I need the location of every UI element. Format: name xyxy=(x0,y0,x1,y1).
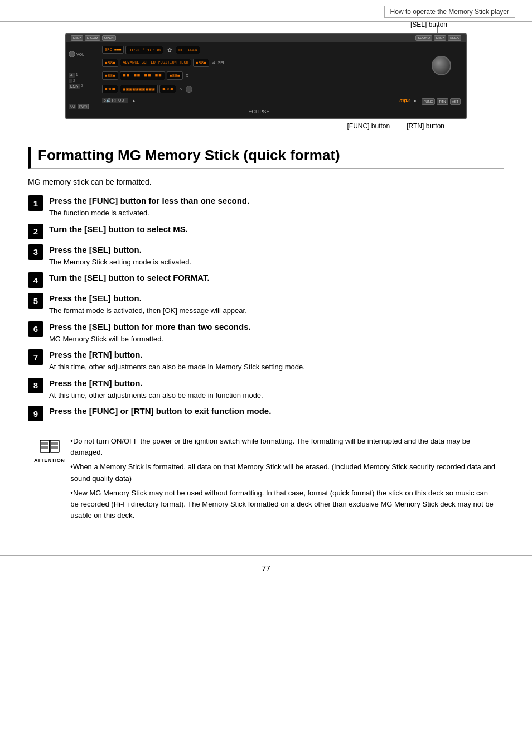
sel-label: [SEL] button xyxy=(410,21,447,28)
step-content-9: Press the [FUNC] or [RTN] button to exit… xyxy=(49,405,504,417)
step-content-4: Turn the [SEL] button to select FORMAT. xyxy=(49,272,504,283)
step-main-8: Press the [RTN] button. xyxy=(49,377,504,389)
ast-btn-device: AST xyxy=(450,98,461,105)
step-content-7: Press the [RTN] button. At this time, ot… xyxy=(49,349,504,373)
display-top-row: SRC ■■■ DISC ° 18:88 ✿ CD 3444 xyxy=(102,46,416,54)
eclipse-label: ECLIPSE xyxy=(102,109,416,114)
panel-right: FUNC RTN AST xyxy=(419,44,463,116)
step-item-6: 6 Press the [SEL] button for more than t… xyxy=(28,321,504,345)
step-content-5: Press the [SEL] button. The format mode … xyxy=(49,292,504,316)
sel-knob xyxy=(432,56,451,75)
step-item-7: 7 Press the [RTN] button. At this time, … xyxy=(28,349,504,373)
panel-center: SRC ■■■ DISC ° 18:88 ✿ CD 3444 ■88■ ADVA… xyxy=(102,44,416,116)
step-sub-5: The format mode is activated, then [OK] … xyxy=(49,305,504,316)
step-sub-7: At this time, other adjustments can also… xyxy=(49,362,504,373)
step-content-1: Press the [FUNC] button for less than on… xyxy=(49,195,504,219)
rtn-btn-device: RTN xyxy=(437,98,448,105)
section-title-container: Formatting MG Memory Stick (quick format… xyxy=(28,147,504,169)
header-title: How to operate the Memory Stick player xyxy=(390,8,509,16)
step-content-3: Press the [SEL] button. The Memory Stick… xyxy=(49,244,504,268)
step-main-6: Press the [SEL] button for more than two… xyxy=(49,321,504,333)
step-sub-3: The Memory Stick setting mode is activat… xyxy=(49,257,504,268)
step-main-7: Press the [RTN] button. xyxy=(49,349,504,360)
bottom-btn-row: FUNC RTN AST xyxy=(422,98,461,105)
step-number-3: 3 xyxy=(28,244,43,260)
step-content-2: Turn the [SEL] button to select MS. xyxy=(49,223,504,235)
steps-list: 1 Press the [FUNC] button for less than … xyxy=(28,195,504,421)
seg-3a: ■88■ xyxy=(102,85,118,93)
step-sub-6: MG Memory Stick will be formatted. xyxy=(49,334,504,345)
device-diagram-area: [SEL] button DISP E·COM OPEN SOUND xyxy=(28,33,504,130)
intro-text: MG memory stick can be formatted. xyxy=(28,177,504,186)
step-item-2: 2 Turn the [SEL] button to select MS. xyxy=(28,223,504,239)
step-number-8: 8 xyxy=(28,378,43,393)
attention-label-text: ATTENTION xyxy=(34,458,65,463)
func-rtn-labels: [FUNC] button [RTN] button xyxy=(65,122,467,130)
attention-item-2: •When a Memory Stick is formatted, all d… xyxy=(70,461,498,484)
seg-display-cd: CD 3444 xyxy=(176,46,200,54)
book-svg-icon xyxy=(39,438,60,456)
step-item-1: 1 Press the [FUNC] button for less than … xyxy=(28,195,504,219)
attention-item-1: •Do not turn ON/OFF the power or the ign… xyxy=(70,436,498,458)
device-image: DISP E·COM OPEN SOUND DISP SEEK xyxy=(65,33,467,119)
display-bottom-row: 5🔊 RF·OUT ▲ mp3 ■ xyxy=(102,98,416,103)
seg-3b: ▣▣▣▣▣▣▣▣▣▣ xyxy=(120,85,158,93)
device-top-bar: DISP E·COM OPEN SOUND DISP SEEK xyxy=(66,34,466,42)
step-main-9: Press the [FUNC] or [RTN] button to exit… xyxy=(49,405,504,417)
step-number-4: 4 xyxy=(28,272,43,288)
step-item-3: 3 Press the [SEL] button. The Memory Sti… xyxy=(28,244,504,268)
step-sub-1: The function mode is activated. xyxy=(49,208,504,219)
step-content-8: Press the [RTN] button. At this time, ot… xyxy=(49,377,504,401)
header-title-box: How to operate the Memory Stick player xyxy=(384,6,515,18)
step-number-9: 9 xyxy=(28,406,43,421)
seg-3c: ■88■ xyxy=(159,85,176,93)
step-number-6: 6 xyxy=(28,321,43,337)
disp2-btn: DISP xyxy=(434,35,446,41)
step-main-4: Turn the [SEL] button to select FORMAT. xyxy=(49,272,504,283)
func-label: [FUNC] button xyxy=(347,122,390,130)
step-item-5: 5 Press the [SEL] button. The format mod… xyxy=(28,292,504,316)
step-main-5: Press the [SEL] button. xyxy=(49,292,504,304)
attention-item-3: •New MG Memory Stick may not be used wit… xyxy=(70,488,498,521)
step-sub-8: At this time, other adjustments can also… xyxy=(49,390,504,401)
main-content: [SEL] button DISP E·COM OPEN SOUND xyxy=(0,22,532,544)
page-header: How to operate the Memory Stick player xyxy=(0,0,532,22)
disp-btn: DISP xyxy=(71,35,83,41)
page-number-text: 77 xyxy=(262,564,270,573)
seg-1a: ■88■ xyxy=(102,59,118,67)
step-number-5: 5 xyxy=(28,293,43,309)
seg-2b: ■■ ■■ ■■ ■■ xyxy=(120,71,165,80)
page-container: How to operate the Memory Stick player [… xyxy=(0,0,532,756)
panel-left: VOL A1 2 ESN3 AM PWR xyxy=(69,44,99,116)
step-item-4: 4 Turn the [SEL] button to select FORMAT… xyxy=(28,272,504,288)
page-number: 77 xyxy=(0,555,532,581)
device-body: VOL A1 2 ESN3 AM PWR xyxy=(66,42,466,118)
step-content-6: Press the [SEL] button for more than two… xyxy=(49,321,504,345)
display-row-3: ■88■ ▣▣▣▣▣▣▣▣▣▣ ■88■ 6 xyxy=(102,85,416,93)
attention-content: •Do not turn ON/OFF the power or the ign… xyxy=(70,436,498,521)
display-row-1: ■88■ ADVANCE GDF ED POSITION TECH ■88■ 4… xyxy=(102,59,416,67)
func-btn-device: FUNC xyxy=(422,98,436,105)
sound-btn: SOUND xyxy=(415,35,432,41)
step-main-1: Press the [FUNC] button for less than on… xyxy=(49,195,504,206)
seek-btn: SEEK xyxy=(448,35,461,41)
display-row-2: ■88■ ■■ ■■ ■■ ■■ ■88■ 5 xyxy=(102,71,416,80)
seg-1b: ADVANCE GDF ED POSITION TECH xyxy=(120,59,191,66)
seg-2a: ■88■ xyxy=(102,71,118,80)
attention-box: ATTENTION •Do not turn ON/OFF the power … xyxy=(28,430,504,527)
seg-1c: ■88■ xyxy=(193,59,209,67)
step-number-2: 2 xyxy=(28,224,43,239)
rtn-label: [RTN] button xyxy=(407,122,444,130)
seg-display-2: DISC ° 18:88 xyxy=(125,46,163,54)
open-btn: OPEN xyxy=(102,35,116,41)
ecom-btn: E·COM xyxy=(85,35,100,41)
step-item-8: 8 Press the [RTN] button. At this time, … xyxy=(28,377,504,401)
step-item-9: 9 Press the [FUNC] or [RTN] button to ex… xyxy=(28,405,504,421)
seg-2c: ■88■ xyxy=(167,71,183,80)
step-main-2: Turn the [SEL] button to select MS. xyxy=(49,223,504,235)
section-title: Formatting MG Memory Stick (quick format… xyxy=(38,147,504,164)
step-number-1: 1 xyxy=(28,195,43,211)
attention-icon: ATTENTION xyxy=(34,436,65,463)
seg-display-1: SRC ■■■ xyxy=(102,46,124,54)
step-number-7: 7 xyxy=(28,349,43,365)
